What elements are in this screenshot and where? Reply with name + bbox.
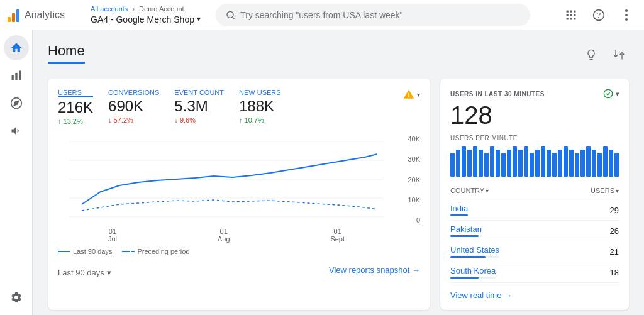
metric-users: Users 216K ↑ 13.2% [58,89,93,125]
view-realtime-link[interactable]: View real time → [450,290,619,300]
realtime-header: USERS IN LAST 30 MINUTES ▾ [450,89,619,99]
lightbulb-icon [585,48,597,61]
property-dropdown-icon: ▾ [197,14,201,25]
search-input[interactable] [240,10,520,20]
metric-conversions-value: 690K [108,97,159,115]
metric-event-label[interactable]: Event count [174,89,224,96]
breadcrumb: All accounts › Demo Account GA4 - Google… [91,4,201,25]
bar-item [580,150,585,177]
cards-row: Users 216K ↑ 13.2% Conversions 690K ↓ 57… [48,79,629,310]
metric-event-count: Event count 5.3M ↓ 9.6% [174,89,224,124]
bar-item [558,150,562,177]
svg-rect-17 [15,73,17,80]
view-reports-text: View reports snapshot → [329,265,420,275]
x-label-aug: 01Aug [218,228,230,243]
country-name-pakistan: Pakistan [450,224,482,237]
realtime-status[interactable]: ▾ [603,89,619,99]
sidebar-item-advertising[interactable] [4,118,29,143]
bar-item [524,146,528,177]
chart-y-labels: 40K 30K 20K 10K 0 [400,135,420,243]
main-metrics-card: Users 216K ↑ 13.2% Conversions 690K ↓ 57… [48,79,430,310]
apps-button[interactable] [561,5,581,25]
bar-item [609,150,613,177]
korea-link[interactable]: South Korea [450,266,496,275]
chart-legend: Last 90 days Preceding period [58,248,420,255]
svg-point-13 [625,9,628,12]
alert-button[interactable]: ▾ [403,89,420,100]
metric-conversions-label[interactable]: Conversions [108,89,159,96]
bar-item [575,153,579,177]
sidebar-item-settings[interactable] [4,285,29,310]
svg-line-1 [233,16,235,18]
alert-dropdown[interactable]: ▾ [417,91,420,98]
compare-button[interactable] [609,45,629,65]
bar-item [490,146,494,177]
home-icon [10,41,23,54]
y-label-30k: 30K [400,155,420,163]
sidebar [0,30,33,315]
svg-rect-5 [567,14,569,16]
sidebar-item-reports[interactable] [4,63,29,88]
svg-rect-16 [11,75,13,80]
apps-icon [565,9,577,21]
metric-new-users-value: 188K [239,97,281,115]
sidebar-item-home[interactable] [4,35,29,60]
country-col-header[interactable]: COUNTRY ▾ [450,187,489,194]
india-link[interactable]: India [450,204,468,213]
y-label-20k: 20K [400,176,420,184]
country-name-korea: South Korea [450,266,496,279]
country-col-label: COUNTRY [450,187,484,194]
us-count: 21 [610,247,619,257]
property-selector[interactable]: GA4 - Google Merch Shop ▾ [91,14,201,25]
users-col-label: USERS [591,187,614,194]
metric-users-label[interactable]: Users [58,89,93,97]
bar-item [456,150,460,177]
metric-users-change: ↑ 13.2% [58,118,93,125]
date-range-selector[interactable]: Last 90 days ▾ [58,268,111,277]
svg-point-26 [604,89,612,97]
top-actions [581,45,629,65]
svg-rect-2 [567,10,569,12]
metric-event-value: 5.3M [174,97,224,115]
svg-rect-6 [570,14,572,16]
svg-point-14 [625,14,628,16]
legend-line-solid [58,251,70,252]
bar-item [592,150,596,177]
users-sort-icon: ▾ [616,187,619,194]
topbar-right: ? [561,5,636,25]
insights-button[interactable] [581,45,601,65]
breadcrumb-sep: › [132,5,135,13]
date-range-label: Last 90 days [58,268,104,277]
realtime-subheader: USERS PER MINUTE [450,135,619,141]
users-col-header[interactable]: USERS ▾ [591,187,619,194]
metric-users-value: 216K [58,99,93,116]
bar-item [473,146,477,177]
view-reports-link[interactable]: View reports snapshot → [329,265,420,275]
view-realtime-text: View real time → [450,290,512,300]
pakistan-link[interactable]: Pakistan [450,224,482,234]
metric-new-users-label[interactable]: New users [239,89,281,96]
compass-icon [10,97,23,109]
bar-item [484,153,489,177]
us-link[interactable]: United States [450,245,499,255]
country-row-india: India 29 [450,200,619,221]
svg-rect-7 [574,14,575,16]
line-chart [58,135,395,223]
metric-new-users-change: ↑ 10.7% [239,116,281,124]
metric-event-change: ↓ 9.6% [174,116,224,124]
sidebar-item-explore[interactable] [4,91,29,116]
search-bar[interactable] [216,4,530,26]
svg-rect-9 [570,18,572,19]
help-button[interactable]: ? [589,5,609,25]
bar-item [541,146,545,177]
y-label-10k: 10K [400,196,420,204]
bar-item [535,150,540,177]
country-sort-icon: ▾ [486,187,489,194]
all-accounts-link[interactable]: All accounts [91,5,128,13]
chart-container: 01Jul 01Aug 01Sept 40K 30K 20K 10K 0 [58,135,420,243]
more-button[interactable] [616,5,636,25]
bar-item [569,150,574,177]
country-name-us: United States [450,245,499,258]
svg-rect-18 [19,71,21,80]
bar-item [597,153,602,177]
